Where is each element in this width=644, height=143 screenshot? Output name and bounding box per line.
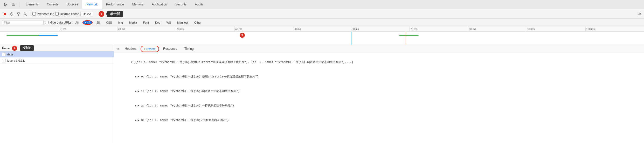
json-summary-line: [{id: 1, name: "Python每日一练(16)-使用urlretr… bbox=[117, 55, 641, 69]
annotation-badge-label: 找到它 bbox=[20, 45, 34, 51]
filter-row: Hide data URLs All XHR JS CSS Img Media … bbox=[0, 19, 644, 26]
hide-data-urls-label[interactable]: Hide data URLs bbox=[45, 21, 72, 24]
tab-memory[interactable]: Memory bbox=[128, 0, 148, 9]
tab-audits[interactable]: Audits bbox=[191, 0, 207, 9]
file-list-header-name: Name bbox=[2, 47, 10, 50]
tab-sources[interactable]: Sources bbox=[63, 0, 82, 9]
hide-data-urls-checkbox[interactable] bbox=[45, 21, 49, 24]
inspector-tab-headers[interactable]: Headers bbox=[121, 45, 140, 53]
tick-70ms: 70 ms bbox=[410, 26, 417, 32]
preserve-log-text: Preserve log bbox=[37, 12, 54, 16]
file-list-header: Name 2 找到它 bbox=[0, 45, 114, 51]
disable-cache-label[interactable]: Disable cache bbox=[55, 12, 79, 16]
svg-rect-0 bbox=[12, 3, 14, 5]
filter-tab-xhr[interactable]: XHR bbox=[82, 20, 93, 25]
tick-100ms: 100 ms bbox=[585, 26, 595, 32]
svg-point-2 bbox=[4, 13, 6, 15]
search-button[interactable] bbox=[22, 11, 28, 17]
inspector-panel: × Headers Preview Response Timing [{id: … bbox=[114, 45, 644, 143]
filter-tab-img[interactable]: Img bbox=[116, 20, 125, 25]
cursor-icon[interactable] bbox=[2, 1, 9, 8]
record-button[interactable] bbox=[2, 11, 8, 17]
filter-tab-media[interactable]: Media bbox=[127, 20, 139, 25]
export-button[interactable] bbox=[638, 11, 642, 16]
inspector-tab-preview[interactable]: Preview bbox=[141, 46, 159, 52]
file-icon-jquery bbox=[2, 59, 6, 62]
divider bbox=[19, 2, 19, 7]
tab-console[interactable]: Console bbox=[43, 0, 63, 9]
filter-tab-doc[interactable]: Doc bbox=[153, 20, 163, 25]
inspector-tabs: × Headers Preview Response Timing bbox=[114, 45, 644, 53]
json-item-1: ▶ 1: {id: 2, name: "Python每日一练(15)-爬取网页中… bbox=[121, 84, 641, 98]
inspector-content: [{id: 1, name: "Python每日一练(16)-使用urlretr… bbox=[114, 53, 644, 143]
timeline-content: 3 bbox=[0, 32, 644, 45]
timeline-ruler: 10 ms 20 ms 30 ms 40 ms 50 ms 60 ms 70 m… bbox=[0, 26, 644, 32]
svg-rect-1 bbox=[14, 4, 15, 5]
expand-root[interactable] bbox=[131, 60, 133, 65]
tick-40ms: 40 ms bbox=[234, 26, 242, 32]
svg-line-7 bbox=[26, 15, 27, 16]
devtools-icons bbox=[2, 1, 17, 8]
preserve-log-checkbox[interactable] bbox=[32, 12, 36, 16]
tab-security[interactable]: Security bbox=[171, 0, 191, 9]
timeline-vline-red bbox=[406, 32, 406, 45]
inspector-tab-response[interactable]: Response bbox=[160, 45, 181, 53]
filter-tab-font[interactable]: Font bbox=[141, 20, 151, 25]
json-item-3-text: ▶ 3: {id: 4, name: "Python每日一练(13)-IQ智商判… bbox=[138, 119, 229, 122]
file-icon-data bbox=[2, 53, 6, 56]
hide-data-urls-text: Hide data URLs bbox=[50, 21, 72, 24]
svg-marker-5 bbox=[17, 13, 20, 16]
expand-2[interactable] bbox=[135, 104, 137, 108]
json-item-0-text: ▶ 0: {id: 1, name: "Python每日一练(16)-使用url… bbox=[138, 75, 259, 78]
tab-performance[interactable]: Performance bbox=[102, 0, 128, 9]
file-row-data[interactable]: data bbox=[0, 51, 114, 58]
filter-tab-other[interactable]: Other bbox=[192, 20, 204, 25]
json-item-2-text: ▶ 2: {id: 3, name: "Python每日一练(14)-一行代码实… bbox=[138, 104, 234, 107]
json-item-0: ▶ 0: {id: 1, name: "Python每日一练(16)-使用url… bbox=[121, 69, 641, 84]
filter-tab-js[interactable]: JS bbox=[94, 20, 102, 25]
tick-80ms: 80 ms bbox=[468, 26, 476, 32]
json-item-2: ▶ 2: {id: 3, name: "Python每日一练(14)-一行代码实… bbox=[121, 98, 641, 113]
separator bbox=[30, 12, 30, 16]
filter-input[interactable] bbox=[2, 20, 44, 25]
expand-0[interactable] bbox=[135, 75, 137, 79]
tick-10ms: 10 ms bbox=[59, 26, 66, 32]
tab-bar: Elements Console Sources Network Perform… bbox=[0, 0, 644, 9]
annotation-2-badge: 2 bbox=[12, 46, 17, 51]
network-toolbar: Preserve log Disable cache Online 1 单击我 bbox=[0, 9, 644, 19]
tick-30ms: 30 ms bbox=[176, 26, 184, 32]
tick-20ms: 20 ms bbox=[117, 26, 125, 32]
file-name-data: data bbox=[7, 53, 13, 56]
close-inspector-button[interactable]: × bbox=[115, 47, 121, 51]
filter-tab-manifest[interactable]: Manifest bbox=[175, 20, 190, 25]
inspector-tab-timing[interactable]: Timing bbox=[181, 45, 197, 53]
tab-elements[interactable]: Elements bbox=[22, 0, 43, 9]
timeline-bar-green2 bbox=[399, 35, 418, 36]
filter-tab-ws[interactable]: WS bbox=[164, 20, 174, 25]
json-item-1-text: ▶ 1: {id: 2, name: "Python每日一练(15)-爬取网页中… bbox=[138, 90, 240, 93]
throttle-button[interactable]: Online bbox=[80, 12, 93, 16]
filter-toggle-button[interactable] bbox=[16, 11, 21, 17]
preserve-log-label[interactable]: Preserve log bbox=[32, 12, 54, 16]
timeline-bar-blue bbox=[39, 35, 58, 36]
main-content: Name 2 找到它 data jquery-3.5.1.js × Header… bbox=[0, 45, 644, 143]
json-summary-text: [{id: 1, name: "Python每日一练(16)-使用urlretr… bbox=[134, 61, 353, 64]
clear-button[interactable] bbox=[9, 11, 15, 17]
disable-cache-text: Disable cache bbox=[60, 12, 79, 16]
svg-point-6 bbox=[24, 13, 26, 15]
annotation-3-badge: 3 bbox=[240, 33, 245, 38]
file-name-jquery: jquery-3.5.1.js bbox=[7, 59, 25, 62]
filter-tab-css[interactable]: CSS bbox=[104, 20, 114, 25]
file-row-jquery[interactable]: jquery-3.5.1.js bbox=[0, 58, 114, 64]
tab-application[interactable]: Application bbox=[148, 0, 171, 9]
expand-3[interactable] bbox=[135, 118, 137, 123]
timeline-vline-blue bbox=[351, 32, 351, 45]
annotation-bubble-1: 单击我 bbox=[107, 11, 123, 17]
tab-network[interactable]: Network bbox=[82, 0, 102, 9]
device-icon[interactable] bbox=[10, 1, 17, 8]
filter-tab-all[interactable]: All bbox=[73, 20, 81, 25]
disable-cache-checkbox[interactable] bbox=[55, 12, 59, 16]
tick-50ms: 50 ms bbox=[293, 26, 301, 32]
annotation-1-group: 1 单击我 bbox=[99, 11, 123, 17]
expand-1[interactable] bbox=[135, 89, 137, 94]
